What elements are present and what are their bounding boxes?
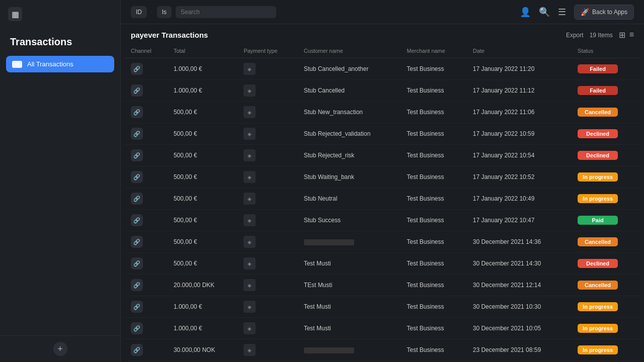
cell-date: 30 December 2021 10:30 (467, 296, 572, 318)
back-to-apps-button[interactable]: 🚀 Back to Apps (574, 5, 634, 20)
table-row[interactable]: 🔗1.000,00 €◈Stub Cancelled_anotherTest B… (125, 58, 640, 80)
cell-channel: 🔗 (125, 58, 168, 80)
table-row[interactable]: 🔗20.000,00 DKK◈TEst MustiTest Business30… (125, 275, 640, 296)
status-badge: Paid (578, 216, 618, 225)
cell-payment-type: ◈ (237, 253, 297, 275)
list-view-icon[interactable]: ≡ (629, 30, 634, 40)
channel-link-icon: 🔗 (131, 322, 143, 334)
redacted-name (304, 347, 354, 353)
table-row[interactable]: 🔗500,00 €◈Stub NeutralTest Business17 Ja… (125, 188, 640, 210)
table-row[interactable]: 🔗500,00 €◈Stub SuccessTest Business17 Ja… (125, 210, 640, 231)
cell-channel: 🔗 (125, 318, 168, 339)
filter-is-pill[interactable]: Is (157, 6, 172, 18)
status-badge: In progress (578, 345, 618, 354)
content-header: payever Transactions Export 19 Items ⊞ ≡ (121, 24, 644, 44)
cell-status: Declined (572, 145, 640, 166)
cell-channel: 🔗 (125, 102, 168, 123)
cell-merchant-name: Test Business (400, 123, 466, 145)
main-area: ID · Is 👤 🔍 ☰ 🚀 Back to Apps payever Tra… (121, 0, 644, 362)
channel-link-icon: 🔗 (131, 84, 143, 97)
cell-date: 17 January 2022 10:47 (467, 210, 572, 231)
cell-date: 30 December 2021 12:14 (467, 275, 572, 296)
channel-link-icon: 🔗 (131, 128, 143, 140)
table-row[interactable]: 🔗1.000,00 €◈Stub CancelledTest Business1… (125, 80, 640, 102)
table-row[interactable]: 🔗500,00 €◈Stub Waiting_bankTest Business… (125, 166, 640, 188)
table-row[interactable]: 🔗30.000,00 NOK◈Test Business23 December … (125, 339, 640, 361)
payment-type-icon: ◈ (244, 84, 256, 97)
cell-date: 17 January 2022 10:49 (467, 188, 572, 210)
cell-status: In progress (572, 296, 640, 318)
table-row[interactable]: 🔗500,00 €◈Stub Rejected_validationTest B… (125, 123, 640, 145)
cell-status: Cancelled (572, 231, 640, 253)
topbar-right: 👤 🔍 ☰ 🚀 Back to Apps (520, 5, 634, 20)
sidebar-item-all-transactions[interactable]: ▤ All Transactions (6, 56, 114, 72)
status-badge: Declined (578, 151, 618, 160)
status-badge: In progress (578, 302, 618, 311)
cell-total: 500,00 € (168, 231, 237, 253)
cell-status: In progress (572, 166, 640, 188)
channel-link-icon: 🔗 (131, 344, 143, 356)
cell-channel: 🔗 (125, 123, 168, 145)
cell-channel: 🔗 (125, 188, 168, 210)
channel-link-icon: 🔗 (131, 63, 143, 75)
status-badge: Declined (578, 259, 618, 268)
rocket-icon: 🚀 (581, 8, 589, 16)
payment-type-icon: ◈ (244, 63, 256, 75)
filter-id-pill[interactable]: ID (131, 6, 147, 18)
cell-merchant-name: Test Business (400, 231, 466, 253)
status-badge: Declined (578, 129, 618, 138)
export-button[interactable]: Export (566, 32, 584, 39)
table-row[interactable]: 🔗500,00 €◈Stub Rejected_riskTest Busines… (125, 145, 640, 166)
payment-type-icon: ◈ (244, 344, 256, 356)
sidebar-item-label: All Transactions (27, 60, 73, 68)
cell-merchant-name: Test Business (400, 253, 466, 275)
channel-link-icon: 🔗 (131, 171, 143, 183)
cell-date: 23 December 2021 08:59 (467, 339, 572, 361)
cell-customer-name (298, 339, 401, 361)
col-customer-name: Customer name (298, 44, 401, 58)
add-button[interactable]: + (53, 342, 67, 356)
cell-status: Declined (572, 123, 640, 145)
cell-payment-type: ◈ (237, 339, 297, 361)
channel-link-icon: 🔗 (131, 214, 143, 226)
page-title: payever Transactions (131, 31, 208, 39)
user-icon[interactable]: 👤 (520, 7, 531, 18)
cell-total: 1.000,00 € (168, 318, 237, 339)
payment-type-icon: ◈ (244, 149, 256, 161)
payment-type-icon: ◈ (244, 257, 256, 269)
payment-type-icon: ◈ (244, 106, 256, 118)
cell-customer-name: Stub Cancelled_another (298, 58, 401, 80)
payment-type-icon: ◈ (244, 214, 256, 226)
cell-status: In progress (572, 318, 640, 339)
content-area: payever Transactions Export 19 Items ⊞ ≡… (121, 24, 644, 362)
table-row[interactable]: 🔗500,00 €◈Stub New_transactionTest Busin… (125, 102, 640, 123)
menu-icon[interactable]: ☰ (558, 7, 566, 18)
cell-customer-name: Stub New_transaction (298, 102, 401, 123)
cell-merchant-name: Test Business (400, 58, 466, 80)
cell-merchant-name: Test Business (400, 188, 466, 210)
cell-merchant-name: Test Business (400, 210, 466, 231)
header-actions: Export 19 Items ⊞ ≡ (566, 30, 634, 40)
cell-status: In progress (572, 188, 640, 210)
table-row[interactable]: 🔗1.000,00 €◈Test MustiTest Business30 De… (125, 318, 640, 339)
cell-total: 500,00 € (168, 166, 237, 188)
status-badge: In progress (578, 172, 618, 182)
cell-channel: 🔗 (125, 231, 168, 253)
status-badge: Cancelled (578, 237, 618, 246)
cell-total: 500,00 € (168, 210, 237, 231)
cell-payment-type: ◈ (237, 188, 297, 210)
table-row[interactable]: 🔗500,00 €◈Test MustiTest Business30 Dece… (125, 253, 640, 275)
cell-payment-type: ◈ (237, 275, 297, 296)
table-header-row: Channel Total Payment type Customer name… (125, 44, 640, 58)
search-icon[interactable]: 🔍 (539, 7, 550, 18)
table-row[interactable]: 🔗500,00 €◈Test Business30 December 2021 … (125, 231, 640, 253)
payment-type-icon: ◈ (244, 171, 256, 183)
cell-total: 500,00 € (168, 123, 237, 145)
search-input[interactable] (176, 6, 276, 18)
grid-view-icon[interactable]: ⊞ (619, 30, 625, 40)
app-logo-icon: ▦ (8, 7, 22, 21)
cell-channel: 🔗 (125, 275, 168, 296)
table-row[interactable]: 🔗1.000,00 €◈Test MustiTest Business30 De… (125, 296, 640, 318)
cell-customer-name: Stub Success (298, 210, 401, 231)
cell-status: In progress (572, 339, 640, 361)
